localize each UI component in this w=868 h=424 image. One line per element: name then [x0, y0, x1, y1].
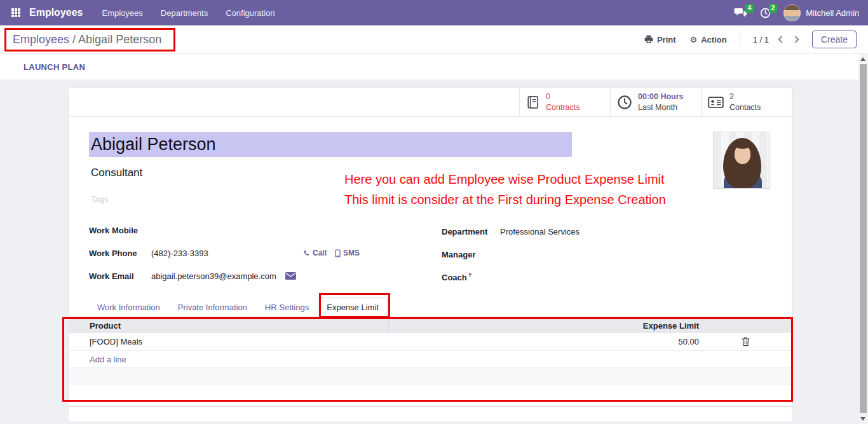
envelope-icon[interactable]	[285, 272, 296, 280]
vertical-scrollbar[interactable]	[858, 54, 868, 424]
contracts-count: 0	[546, 92, 580, 102]
contacts-count: 2	[729, 92, 761, 102]
department-label: Department	[442, 227, 500, 236]
expense-limit-table: Product Expense Limit [FOOD] Meals 50.00…	[69, 318, 792, 401]
divider	[740, 31, 740, 48]
chatter-section	[69, 407, 792, 421]
tab-expense-limit[interactable]: Expense Limit	[318, 297, 388, 317]
contacts-label: Contacts	[729, 102, 761, 113]
coach-row: Coach?	[442, 266, 721, 289]
clock-icon	[617, 95, 632, 110]
messages-badge: 4	[745, 4, 754, 13]
user-menu[interactable]: Mitchell Admin	[783, 4, 859, 22]
control-panel-actions: Print ⚙ Action 1 / 1 Create	[644, 31, 857, 48]
gear-icon: ⚙	[690, 35, 698, 44]
scroll-up-icon[interactable]	[860, 57, 865, 61]
trash-icon	[742, 337, 750, 346]
menu-employees[interactable]: Employees	[102, 8, 142, 18]
annotation-line-2: This limit is consider at the First duri…	[344, 189, 666, 210]
navbar-menus: Employees Departments Configuration	[102, 8, 275, 18]
launch-plan-bar: LAUNCH PLAN	[0, 54, 868, 79]
employee-name[interactable]: Abigail Peterson	[89, 132, 572, 157]
launch-plan-link[interactable]: LAUNCH PLAN	[24, 62, 85, 72]
coach-label: Coach?	[442, 272, 500, 282]
annotation-text: Here you can add Employee wise Product E…	[344, 169, 666, 210]
work-mobile-row: Work Mobile	[89, 219, 362, 242]
work-phone-row: Work Phone (482)-233-3393 Call SMS	[89, 242, 362, 264]
app-title[interactable]: Employees	[29, 7, 83, 18]
work-email-row: Work Email abigail.peterson39@example.co…	[89, 264, 362, 287]
manager-row: Manager	[442, 243, 721, 266]
user-name: Mitchell Admin	[806, 8, 859, 18]
employee-form-screen: Employees Employees Departments Configur…	[0, 0, 868, 424]
manager-label: Manager	[442, 250, 500, 259]
tags-field[interactable]: Tags	[91, 195, 108, 204]
mobile-icon	[335, 249, 341, 257]
sms-link[interactable]: SMS	[335, 249, 360, 257]
work-phone-value[interactable]: (482)-233-3393	[151, 249, 208, 258]
call-link[interactable]: Call	[302, 249, 327, 257]
activities-badge: 2	[769, 4, 778, 13]
breadcrumb: Employees / Abigail Peterson	[13, 33, 161, 46]
add-a-line-link[interactable]: Add a line	[69, 355, 126, 364]
phone-actions: Call SMS	[302, 249, 360, 257]
hours-stat-button[interactable]: 00:00 Hours Last Month	[610, 88, 701, 116]
tab-work-information[interactable]: Work Information	[88, 297, 169, 317]
work-phone-label: Work Phone	[89, 249, 151, 258]
employee-job-title[interactable]: Consultant	[91, 167, 142, 179]
hours-label: Last Month	[638, 102, 684, 113]
work-email-label: Work Email	[89, 271, 151, 281]
breadcrumb-current: Abigail Peterson	[78, 33, 161, 46]
create-button[interactable]: Create	[812, 31, 857, 48]
work-mobile-label: Work Mobile	[89, 226, 151, 235]
table-row[interactable]: [FOOD] Meals 50.00	[69, 333, 792, 351]
contracts-stat-button[interactable]: 0 Contracts	[519, 88, 610, 116]
delete-row-button[interactable]	[740, 336, 751, 348]
add-line-row: Add a line	[69, 351, 792, 368]
notebook-tabs: Work Information Private Information HR …	[69, 297, 792, 317]
menu-departments[interactable]: Departments	[161, 8, 208, 18]
printer-icon	[644, 35, 653, 44]
work-email-value[interactable]: abigail.peterson39@example.com	[151, 271, 276, 281]
book-icon	[526, 95, 540, 109]
tab-private-information[interactable]: Private Information	[169, 297, 256, 317]
activities-button[interactable]: 2	[760, 8, 771, 18]
empty-table-row	[69, 368, 792, 385]
breadcrumb-separator: /	[72, 33, 76, 46]
contacts-stat-button[interactable]: 2 Contacts	[701, 88, 792, 116]
expense-limit-column-header[interactable]: Expense Limit	[389, 321, 699, 331]
department-value[interactable]: Professional Services	[500, 227, 580, 236]
navbar-right: 4 2 Mitchell Admin	[734, 4, 859, 22]
messages-button[interactable]: 4	[734, 8, 747, 18]
employee-photo[interactable]	[713, 132, 770, 189]
stat-button-row: 0 Contracts 00:00 Hours Last Month 2	[69, 88, 792, 117]
user-avatar	[783, 4, 801, 22]
scroll-down-icon[interactable]	[860, 417, 865, 421]
tab-hr-settings[interactable]: HR Settings	[256, 297, 318, 317]
id-card-icon	[708, 97, 724, 108]
coach-help-marker: ?	[468, 272, 472, 278]
expense-limit-cell[interactable]: 50.00	[389, 337, 699, 346]
scrollbar-thumb[interactable]	[860, 64, 867, 413]
pager-previous-icon[interactable]	[778, 36, 785, 43]
table-header-row: Product Expense Limit	[69, 318, 792, 333]
menu-configuration[interactable]: Configuration	[226, 8, 275, 18]
right-field-column: Department Professional Services Manager…	[442, 220, 721, 289]
top-navbar: Employees Employees Departments Configur…	[0, 0, 868, 25]
annotation-line-1: Here you can add Employee wise Product E…	[344, 169, 666, 189]
pager-value: 1 / 1	[753, 35, 769, 44]
left-field-column: Work Mobile Work Phone (482)-233-3393 Ca…	[89, 219, 362, 287]
empty-table-row	[69, 385, 792, 401]
action-button[interactable]: ⚙ Action	[690, 35, 727, 44]
photo-fringe	[733, 141, 752, 149]
apps-grid-icon[interactable]	[11, 8, 20, 17]
pager-next-icon[interactable]	[792, 36, 799, 43]
print-button[interactable]: Print	[644, 35, 676, 44]
hours-value: 00:00 Hours	[638, 92, 684, 102]
control-panel: Employees / Abigail Peterson Print ⚙ Act…	[0, 25, 868, 54]
breadcrumb-parent-link[interactable]: Employees	[13, 33, 69, 46]
contracts-label: Contracts	[546, 102, 580, 113]
employee-form-card: 0 Contracts 00:00 Hours Last Month 2	[69, 88, 792, 406]
product-cell[interactable]: [FOOD] Meals	[69, 337, 389, 346]
product-column-header[interactable]: Product	[69, 318, 389, 333]
